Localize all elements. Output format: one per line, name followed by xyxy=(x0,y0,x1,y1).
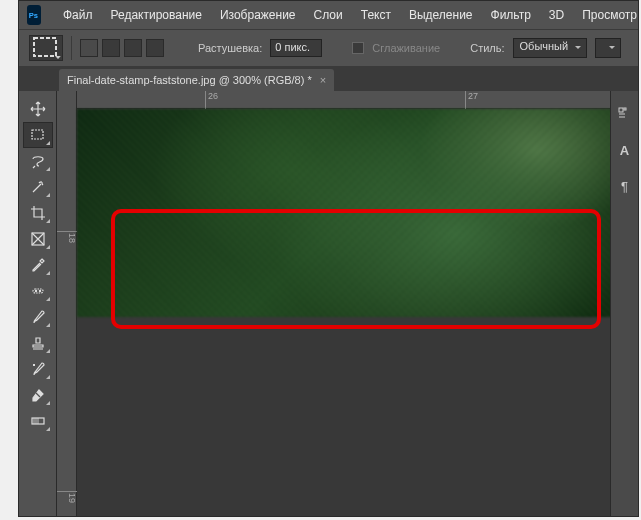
ruler-v-tick: 19 xyxy=(57,491,77,503)
current-tool-indicator[interactable] xyxy=(29,35,63,61)
mode-add[interactable] xyxy=(102,39,120,57)
menu-select[interactable]: Выделение xyxy=(401,4,481,26)
ruler-v-tick: 18 xyxy=(57,231,77,243)
svg-rect-9 xyxy=(624,108,626,110)
toolbox xyxy=(19,91,57,516)
wand-tool[interactable] xyxy=(24,175,52,199)
menu-layers[interactable]: Слои xyxy=(306,4,351,26)
close-icon[interactable]: × xyxy=(320,74,326,86)
document-tab-bar: Final-date-stamp-faststone.jpg @ 300% (R… xyxy=(19,67,638,91)
style-extra-select[interactable] xyxy=(595,38,621,58)
eraser-tool[interactable] xyxy=(24,383,52,407)
style-label: Стиль: xyxy=(470,42,504,54)
paragraph-panel-icon[interactable]: ¶ xyxy=(616,177,634,195)
feather-input[interactable]: 0 пикс. xyxy=(270,39,322,57)
healing-tool[interactable] xyxy=(24,279,52,303)
history-brush-tool[interactable] xyxy=(24,357,52,381)
mode-subtract[interactable] xyxy=(124,39,142,57)
feather-label: Растушевка: xyxy=(198,42,262,54)
document-tab-title: Final-date-stamp-faststone.jpg @ 300% (R… xyxy=(67,74,312,86)
options-bar: Растушевка: 0 пикс. Сглаживание Стиль: О… xyxy=(19,29,638,67)
canvas-area[interactable]: 18 19 26 27 xyxy=(57,91,610,516)
antialias-checkbox[interactable] xyxy=(352,42,364,54)
crop-tool[interactable] xyxy=(24,201,52,225)
style-select[interactable]: Обычный xyxy=(513,38,588,58)
menu-filter[interactable]: Фильтр xyxy=(483,4,539,26)
svg-point-6 xyxy=(39,290,40,291)
menu-bar: Ps Файл Редактирование Изображение Слои … xyxy=(19,1,638,29)
selection-mode-group xyxy=(80,39,164,57)
ruler-horizontal[interactable]: 26 27 xyxy=(77,91,610,109)
lasso-tool[interactable] xyxy=(24,149,52,173)
move-tool[interactable] xyxy=(24,97,52,121)
menu-3d[interactable]: 3D xyxy=(541,4,572,26)
menu-text[interactable]: Текст xyxy=(353,4,399,26)
document-image[interactable] xyxy=(77,109,610,317)
ruler-vertical[interactable]: 18 19 xyxy=(57,91,77,516)
antialias-label: Сглаживание xyxy=(372,42,440,54)
svg-rect-1 xyxy=(34,38,56,56)
stamp-tool[interactable] xyxy=(24,331,52,355)
svg-rect-8 xyxy=(619,108,623,112)
svg-text:Ps: Ps xyxy=(29,11,38,20)
separator xyxy=(71,36,72,60)
app-logo: Ps xyxy=(27,5,41,25)
menu-view[interactable]: Просмотр xyxy=(574,4,641,26)
panel-options-icon[interactable] xyxy=(616,105,634,123)
mode-intersect[interactable] xyxy=(146,39,164,57)
svg-rect-4 xyxy=(33,289,43,293)
mode-new[interactable] xyxy=(80,39,98,57)
menu-file[interactable]: Файл xyxy=(55,4,101,26)
eyedropper-tool[interactable] xyxy=(24,253,52,277)
marquee-tool[interactable] xyxy=(24,123,52,147)
document-tab[interactable]: Final-date-stamp-faststone.jpg @ 300% (R… xyxy=(59,69,334,91)
svg-rect-2 xyxy=(32,130,43,139)
right-panel: A ¶ xyxy=(610,91,638,516)
gradient-tool[interactable] xyxy=(24,409,52,433)
character-panel-icon[interactable]: A xyxy=(616,141,634,159)
menu-image[interactable]: Изображение xyxy=(212,4,304,26)
ruler-h-tick: 26 xyxy=(205,91,218,109)
menu-edit[interactable]: Редактирование xyxy=(103,4,210,26)
svg-point-5 xyxy=(35,290,36,291)
frame-tool[interactable] xyxy=(24,227,52,251)
ruler-h-tick: 27 xyxy=(465,91,478,109)
brush-tool[interactable] xyxy=(24,305,52,329)
